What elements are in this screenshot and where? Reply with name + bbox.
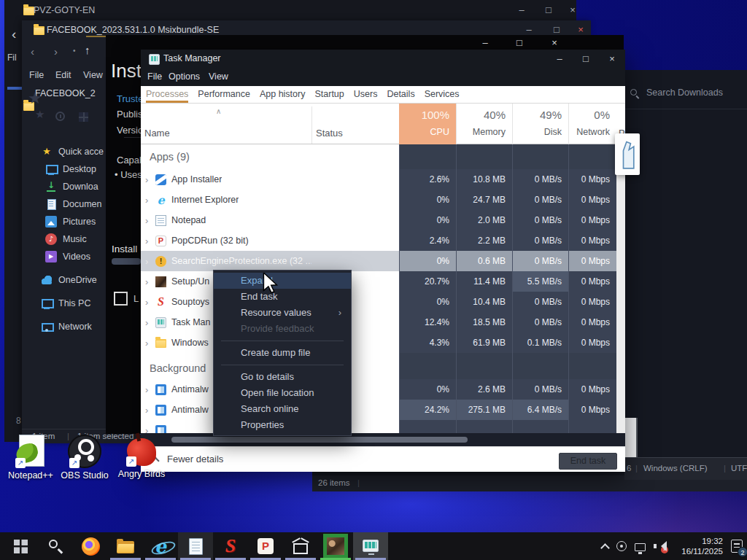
small-star-icon[interactable]: ★ xyxy=(35,108,44,121)
minimize-button[interactable]: – xyxy=(546,50,573,69)
taskbar-task-manager[interactable] xyxy=(353,532,388,560)
taskbar-notepad[interactable] xyxy=(178,532,213,560)
process-row[interactable]: ›!SearchEngineProtection.exe (32 ...0%0.… xyxy=(141,251,625,271)
sidebar-item-music[interactable]: ♪Music xyxy=(22,230,107,248)
volume-muted-icon[interactable]: × xyxy=(654,540,667,552)
sidebar-item-network[interactable]: Network xyxy=(22,318,107,335)
taskbar-start[interactable] xyxy=(3,532,38,560)
desktop-shortcut-angry-birds[interactable]: ↗Angry Birds xyxy=(111,433,172,479)
taskbar-internet-explorer[interactable]: e xyxy=(143,532,178,560)
windows-logo-icon[interactable] xyxy=(79,112,88,122)
sidebar-item-documen[interactable]: Documen xyxy=(22,195,107,213)
network-icon[interactable] xyxy=(635,543,646,551)
column-header-memory[interactable]: 40%Memory xyxy=(456,104,512,144)
expand-chevron-icon[interactable]: › xyxy=(145,338,154,349)
sidebar-item-this-pc[interactable]: This PC xyxy=(22,295,107,312)
tab-users[interactable]: Users xyxy=(354,86,378,103)
column-header-network[interactable]: 0%Network xyxy=(568,104,616,144)
sidebar-item-desktop[interactable]: Desktop xyxy=(22,160,107,178)
column-header-status[interactable]: Status xyxy=(316,128,343,139)
process-row[interactable]: ›PPopCDRun (32 bit)2.4%2.2 MB0 MB/s0 Mbp… xyxy=(141,230,625,251)
column-header-cpu[interactable]: 100%CPU xyxy=(399,104,456,144)
maximize-button[interactable]: □ xyxy=(573,50,599,69)
context-menu-item-go-to-details[interactable]: Go to details xyxy=(214,369,351,385)
expand-chevron-icon[interactable]: › xyxy=(145,236,154,246)
maximize-button[interactable]: □ xyxy=(538,4,560,17)
trusted-app-link-fragment[interactable]: Truste xyxy=(117,93,143,104)
expand-chevron-icon[interactable]: › xyxy=(145,405,154,416)
launch-checkbox[interactable] xyxy=(114,292,128,306)
close-button[interactable]: × xyxy=(599,50,625,69)
tab-processes[interactable]: Processes xyxy=(146,86,188,103)
maximize-button[interactable]: □ xyxy=(508,36,530,50)
sidebar-item-videos[interactable]: ▶Videos xyxy=(22,248,107,265)
expand-chevron-icon[interactable]: › xyxy=(145,297,154,308)
column-header-name[interactable]: Name xyxy=(144,128,170,139)
desktop-shortcut-notepad[interactable]: ↗Notepad++ xyxy=(0,435,61,481)
menu-file[interactable]: File xyxy=(147,71,162,82)
notifications-icon[interactable]: 2 xyxy=(731,540,743,553)
taskbar-popcap[interactable]: P xyxy=(248,532,283,560)
expand-chevron-icon[interactable]: › xyxy=(145,276,154,287)
tab-app-history[interactable]: App history xyxy=(260,86,306,103)
menu-file[interactable]: File xyxy=(29,70,44,80)
end-task-button[interactable]: End task xyxy=(559,453,617,470)
taskbar-file-explorer[interactable] xyxy=(108,532,143,560)
expand-chevron-icon[interactable]: › xyxy=(145,384,154,395)
back-icon[interactable]: ‹ xyxy=(31,45,34,58)
taskbar-firefox[interactable] xyxy=(73,532,108,560)
history-clock-icon[interactable] xyxy=(55,112,65,121)
clock[interactable]: 19:32 16/11/2025 xyxy=(675,536,723,556)
tab-details[interactable]: Details xyxy=(387,86,414,103)
taskbar-search[interactable] xyxy=(38,532,73,560)
context-menu-item-create-dump-file[interactable]: Create dump file xyxy=(214,345,351,361)
process-row[interactable]: ›Notepad0%2.0 MB0 MB/s0 Mbps xyxy=(141,210,625,230)
expand-chevron-icon[interactable]: › xyxy=(145,425,154,434)
context-menu-item-end-task[interactable]: End task xyxy=(214,289,351,305)
tab-startup[interactable]: Startup xyxy=(314,86,344,103)
expand-chevron-icon[interactable]: › xyxy=(145,256,154,267)
forward-icon[interactable]: › xyxy=(54,45,58,58)
process-row[interactable]: ›eInternet Explorer0%24.7 MB0 MB/s0 Mbps xyxy=(141,190,625,210)
tray-expand-icon[interactable] xyxy=(600,543,610,553)
sidebar-item-quick-acce[interactable]: ★Quick acce xyxy=(22,143,107,160)
expand-chevron-icon[interactable]: › xyxy=(145,215,154,226)
close-button[interactable]: × xyxy=(562,4,584,17)
menu-options[interactable]: Options xyxy=(169,71,200,82)
process-group-header[interactable]: Apps (9) xyxy=(141,144,625,169)
taskbar-setup-image[interactable] xyxy=(318,532,353,560)
scrollbar-thumb[interactable] xyxy=(171,437,468,443)
back-icon[interactable]: ‹ xyxy=(12,26,16,42)
menu-edit[interactable]: Edit xyxy=(55,70,71,80)
column-header-disk[interactable]: 49%Disk xyxy=(512,104,568,144)
minimize-button[interactable]: – xyxy=(511,4,533,17)
context-menu-item-search-online[interactable]: Search online xyxy=(214,401,351,417)
expand-chevron-icon[interactable]: › xyxy=(145,174,154,185)
context-menu-item-properties[interactable]: Properties xyxy=(214,417,351,433)
tab-services[interactable]: Services xyxy=(425,86,460,103)
menu-view[interactable]: View xyxy=(209,71,228,82)
menu-file-fragment[interactable]: Fil xyxy=(7,52,17,63)
recent-dot-icon[interactable]: • xyxy=(73,47,76,55)
sidebar-item-downloa[interactable]: ↓Downloa xyxy=(22,178,107,195)
menu-view[interactable]: View xyxy=(83,70,103,80)
tab-performance[interactable]: Performance xyxy=(198,86,250,103)
process-row[interactable]: ›App Installer2.6%10.8 MB0 MB/s0 Mbps xyxy=(141,169,625,190)
expand-chevron-icon[interactable]: › xyxy=(145,195,154,206)
taskbar-souptoys[interactable]: S xyxy=(213,532,248,560)
context-menu-item-open-file-location[interactable]: Open file location xyxy=(214,385,351,401)
pin-star-icon[interactable]: ★ xyxy=(28,89,42,108)
up-icon[interactable]: ↑ xyxy=(85,44,90,56)
context-menu-item-provide-feedback[interactable]: Provide feedback xyxy=(214,321,351,337)
desktop-shortcut-obs-studio[interactable]: ↗OBS Studio xyxy=(54,435,115,481)
context-menu-item-expand[interactable]: Expand xyxy=(214,273,351,289)
breadcrumb[interactable]: FACEBOOK_2 xyxy=(35,88,96,98)
expand-chevron-icon[interactable]: › xyxy=(145,317,154,328)
context-menu-item-resource-values[interactable]: Resource values› xyxy=(214,305,351,321)
sidebar-item-pictures[interactable]: Pictures xyxy=(22,213,107,230)
minimize-button[interactable]: – xyxy=(474,36,496,50)
taskbar-app-package[interactable] xyxy=(283,532,318,560)
vertical-scrollbar[interactable] xyxy=(616,144,625,433)
fewer-details-toggle[interactable]: Fewer details xyxy=(167,454,223,464)
sidebar-item-onedrive[interactable]: OneDrive xyxy=(22,271,107,289)
